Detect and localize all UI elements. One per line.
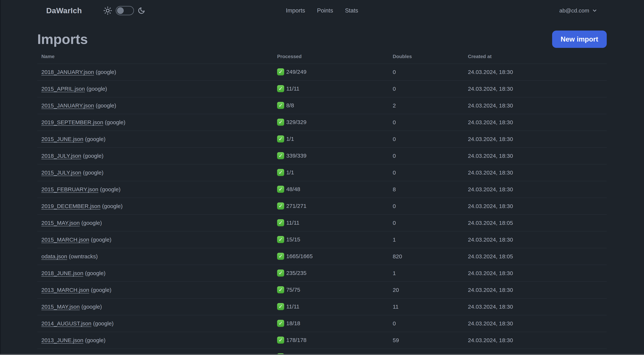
- import-file-link[interactable]: 2018_JUNE.json: [41, 270, 83, 276]
- import-file-link[interactable]: 2015_APRIL.json: [41, 86, 85, 92]
- import-source-label: (google): [105, 119, 126, 125]
- created-at: 24.03.2024, 18:30: [464, 265, 607, 282]
- table-row: 2015_JANUARY.json(google) 8/8 2 24.03.20…: [37, 97, 607, 114]
- theme-switcher: [104, 6, 145, 15]
- import-file-link[interactable]: 2015_JULY.json: [41, 169, 81, 176]
- doubles-count: 0: [389, 198, 464, 215]
- doubles-count: 0: [389, 131, 464, 147]
- created-at: 24.03.2024, 18:05: [464, 248, 607, 265]
- doubles-count: 0: [389, 164, 464, 181]
- table-row: 2013_JUNE.json(google) 178/178 59 24.03.…: [37, 332, 607, 349]
- created-at: 24.03.2024, 18:30: [464, 80, 607, 97]
- theme-toggle[interactable]: [116, 6, 134, 15]
- check-mark-emoji-icon: [277, 186, 284, 193]
- created-at: 24.03.2024, 18:30: [464, 298, 607, 315]
- import-source-label: (google): [83, 169, 104, 176]
- nav-link-imports[interactable]: Imports: [286, 7, 305, 14]
- processed-count: 11/11: [286, 220, 300, 226]
- doubles-count: 0: [389, 215, 464, 231]
- table-row: 2018_JANUARY.json(google) 249/249 0 24.0…: [37, 64, 607, 80]
- doubles-count: 1: [389, 265, 464, 282]
- import-file-link[interactable]: 2015_MAY.json: [41, 304, 80, 310]
- check-mark-emoji-icon: [277, 85, 284, 92]
- processed-count: 271/271: [286, 203, 306, 209]
- processed-count: 8/8: [286, 102, 294, 108]
- column-header-name: Name: [37, 49, 273, 64]
- created-at: 24.03.2024, 18:30: [464, 198, 607, 215]
- processed-count: 1665/1665: [286, 253, 313, 259]
- brand-logo[interactable]: DaWarIch: [46, 6, 82, 15]
- main-content: Imports New import Name Processed Double…: [0, 30, 644, 355]
- check-mark-emoji-icon: [277, 236, 284, 243]
- check-mark-emoji-icon: [277, 270, 284, 277]
- user-menu[interactable]: ab@cd.com: [559, 7, 598, 14]
- import-file-link[interactable]: 2014_AUGUST.json: [41, 320, 91, 327]
- import-source-label: (google): [96, 102, 116, 109]
- processed-count: 18/18: [286, 320, 300, 326]
- table-row: 2015_MAY.json(google) 11/11 0 24.03.2024…: [37, 215, 607, 231]
- doubles-count: 0: [389, 114, 464, 131]
- check-mark-emoji-icon: [277, 135, 284, 142]
- created-at: 24.03.2024, 18:30: [464, 147, 607, 164]
- check-mark-emoji-icon: [277, 119, 284, 126]
- doubles-count: 8: [389, 181, 464, 198]
- check-mark-emoji-icon: [277, 253, 284, 260]
- import-file-link[interactable]: 2015_MAY.json: [41, 220, 80, 226]
- new-import-button[interactable]: New import: [552, 30, 607, 48]
- import-file-link[interactable]: 2013_MARCH.json: [41, 287, 89, 293]
- import-source-label: (google): [91, 287, 112, 293]
- table-row: 2015_APRIL.json(google) 11/11 0 24.03.20…: [37, 80, 607, 97]
- table-row: 2018_JULY.json(google) 339/339 0 24.03.2…: [37, 147, 607, 164]
- column-header-created-at: Created at: [464, 49, 607, 64]
- processed-count: 48/48: [286, 186, 300, 192]
- doubles-count: 820: [389, 248, 464, 265]
- import-file-link[interactable]: 2015_JANUARY.json: [41, 102, 94, 109]
- processed-count: 15/15: [286, 236, 300, 243]
- table-row: 2019_DECEMBER.json(google) 271/271 0 24.…: [37, 198, 607, 215]
- import-file-link[interactable]: 2018_JANUARY.json: [41, 69, 94, 75]
- import-file-link[interactable]: 2013_JUNE.json: [41, 337, 83, 343]
- processed-count: 329/329: [286, 119, 306, 125]
- doubles-count: 0: [389, 80, 464, 97]
- import-file-link[interactable]: 2015_FEBRUARY.json: [41, 186, 98, 192]
- theme-toggle-knob: [117, 7, 124, 14]
- import-source-label: (google): [100, 186, 120, 192]
- import-file-link[interactable]: 2019_DECEMBER.json: [41, 203, 100, 209]
- created-at: 24.03.2024, 18:30: [464, 282, 607, 298]
- import-file-link[interactable]: 2019_SEPTEMBER.json: [41, 119, 103, 125]
- processed-count: 11/11: [286, 303, 300, 310]
- check-mark-emoji-icon: [277, 303, 284, 310]
- navbar: DaWarIch Imports Points Stats ab@cd.com: [0, 0, 644, 21]
- import-file-link[interactable]: 2015_MARCH.json: [41, 237, 89, 243]
- check-mark-emoji-icon: [277, 286, 284, 293]
- created-at: 24.03.2024, 18:30: [464, 231, 607, 248]
- check-mark-emoji-icon: [277, 102, 284, 109]
- import-file-link[interactable]: 2018_JULY.json: [41, 153, 81, 159]
- check-mark-emoji-icon: [277, 320, 284, 327]
- processed-count: 178/178: [286, 337, 306, 343]
- doubles-count: 59: [389, 332, 464, 349]
- check-mark-emoji-icon: [277, 219, 284, 226]
- moon-icon: [138, 7, 145, 14]
- main-nav: Imports Points Stats: [286, 7, 358, 14]
- window-bottom-edge: [0, 354, 644, 355]
- check-mark-emoji-icon: [277, 152, 284, 159]
- processed-count: 1/1: [286, 136, 294, 142]
- created-at: 24.03.2024, 18:30: [464, 114, 607, 131]
- import-file-link[interactable]: 2015_JUNE.json: [41, 136, 83, 142]
- column-header-doubles: Doubles: [389, 49, 464, 64]
- import-source-label: (google): [93, 320, 114, 327]
- import-file-link[interactable]: odata.json: [41, 253, 67, 260]
- processed-count: 339/339: [286, 153, 306, 159]
- imports-table: Name Processed Doubles Created at 2018_J…: [37, 49, 607, 355]
- import-source-label: (google): [83, 153, 104, 159]
- processed-count: 75/75: [286, 287, 300, 293]
- nav-link-points[interactable]: Points: [317, 7, 333, 14]
- nav-link-stats[interactable]: Stats: [345, 7, 358, 14]
- page-title: Imports: [37, 32, 88, 47]
- processed-count: 249/249: [286, 69, 306, 75]
- check-mark-emoji-icon: [277, 169, 284, 176]
- table-row: 2015_FEBRUARY.json(google) 48/48 8 24.03…: [37, 181, 607, 198]
- table-row: odata.json(owntracks) 1665/1665 820 24.0…: [37, 248, 607, 265]
- import-source-label: (google): [102, 203, 122, 209]
